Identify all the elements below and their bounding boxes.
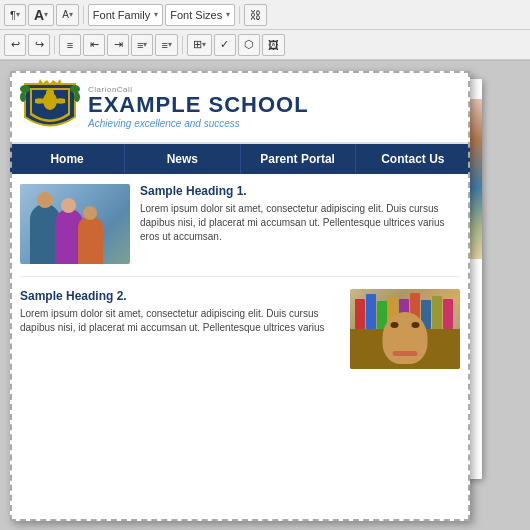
article-2: Sample Heading 2. Lorem ipsum dolor sit … (20, 289, 460, 369)
separator (239, 6, 240, 24)
school-info: ClarionCall EXAMPLE SCHOOL Achieving exc… (88, 85, 309, 129)
outdent-icon: ⇤ (90, 38, 99, 51)
nav-item-parent-portal[interactable]: Parent Portal (241, 144, 356, 174)
image-icon: 🖼 (268, 39, 279, 51)
insert-image-btn[interactable]: 🖼 (262, 34, 285, 56)
separator (182, 36, 183, 54)
outdent-btn[interactable]: ⇤ (83, 34, 105, 56)
article-2-text: Sample Heading 2. Lorem ipsum dolor sit … (20, 289, 340, 369)
align-left-btn[interactable]: ≡ (59, 34, 81, 56)
editor-toolbar: ¶ ▾ A ▾ A ▾ Font Family ▾ Font Sizes ▾ ⛓… (0, 0, 530, 61)
list-ul-btn[interactable]: ≡ ▾ (131, 34, 153, 56)
chevron-down-icon: ▾ (44, 10, 48, 19)
toolbar-row-1: ¶ ▾ A ▾ A ▾ Font Family ▾ Font Sizes ▾ ⛓ (0, 0, 530, 30)
newsletter-body: Sample Heading 1. Lorem ipsum dolor sit … (10, 174, 470, 379)
article-2-body: Lorem ipsum dolor sit amet, consectetur … (20, 307, 340, 335)
font-size-large-btn[interactable]: A ▾ (28, 4, 54, 26)
chevron-down-icon: ▾ (168, 40, 172, 49)
chevron-down-icon: ▾ (154, 10, 158, 19)
school-crest-logo (20, 79, 80, 134)
newsletter-content: ClarionCall EXAMPLE SCHOOL Achieving exc… (10, 71, 470, 521)
align-left-icon: ≡ (67, 39, 73, 51)
school-tagline: Achieving excellence and success (88, 118, 309, 129)
link-icon: ⛓ (250, 9, 261, 21)
article-1-body: Lorem ipsum dolor sit amet, consectetur … (140, 202, 460, 244)
article-1-image (20, 184, 130, 264)
svg-point-3 (70, 85, 80, 93)
nav-item-news[interactable]: News (125, 144, 240, 174)
chevron-down-icon: ▾ (16, 10, 20, 19)
font-family-select[interactable]: Font Family ▾ (88, 4, 163, 26)
list-ol-btn[interactable]: ≡ ▾ (155, 34, 177, 56)
spellcheck-btn[interactable]: ✓ (214, 34, 236, 56)
indent-btn[interactable]: ⇥ (107, 34, 129, 56)
database-btn[interactable]: ⬡ (238, 34, 260, 56)
svg-point-2 (20, 85, 30, 93)
table-icon: ⊞ (193, 38, 202, 51)
link-btn[interactable]: ⛓ (244, 4, 267, 26)
font-sizes-select[interactable]: Font Sizes ▾ (165, 4, 235, 26)
toolbar-row-2: ↩ ↪ ≡ ⇤ ⇥ ≡ ▾ ≡ ▾ ⊞ ▾ ✓ ⬡ 🖼 (0, 30, 530, 60)
article-2-image (350, 289, 460, 369)
separator (54, 36, 55, 54)
chevron-down-icon: ▾ (226, 10, 230, 19)
page-canvas: Sample Heading 1 tetur nisi, id ue (0, 61, 530, 530)
undo-icon: ↩ (11, 38, 20, 51)
redo-icon: ↪ (35, 38, 44, 51)
newsletter-nav: Home News Parent Portal Contact Us (10, 144, 470, 174)
spellcheck-icon: ✓ (220, 38, 229, 51)
article-1-heading: Sample Heading 1. (140, 184, 460, 198)
chevron-down-icon: ▾ (69, 10, 73, 19)
newsletter-header: ClarionCall EXAMPLE SCHOOL Achieving exc… (10, 71, 470, 144)
school-name: EXAMPLE SCHOOL (88, 94, 309, 116)
people-photo (20, 184, 130, 264)
svg-point-1 (46, 89, 54, 97)
svg-point-5 (74, 92, 80, 102)
nav-item-contact[interactable]: Contact Us (356, 144, 470, 174)
chevron-down-icon: ▾ (143, 40, 147, 49)
redo-btn[interactable]: ↪ (28, 34, 50, 56)
indent-icon: ⇥ (114, 38, 123, 51)
font-size-small-btn[interactable]: A ▾ (56, 4, 79, 26)
format-btn[interactable]: ¶ ▾ (4, 4, 26, 26)
chevron-down-icon: ▾ (202, 40, 206, 49)
separator (83, 6, 84, 24)
article-1-text: Sample Heading 1. Lorem ipsum dolor sit … (140, 184, 460, 264)
library-photo (350, 289, 460, 369)
table-btn[interactable]: ⊞ ▾ (187, 34, 212, 56)
article-2-heading: Sample Heading 2. (20, 289, 340, 303)
article-1: Sample Heading 1. Lorem ipsum dolor sit … (20, 184, 460, 277)
undo-btn[interactable]: ↩ (4, 34, 26, 56)
nav-item-home[interactable]: Home (10, 144, 125, 174)
svg-point-4 (20, 92, 26, 102)
newsletter-page: ClarionCall EXAMPLE SCHOOL Achieving exc… (10, 71, 470, 521)
database-icon: ⬡ (244, 38, 254, 51)
